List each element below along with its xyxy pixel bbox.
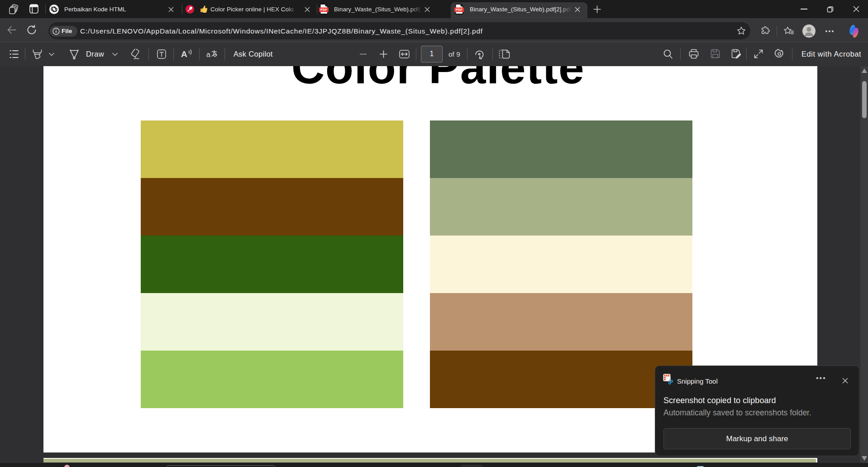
svg-text:PDF: PDF xyxy=(320,8,328,11)
svg-text:PDF: PDF xyxy=(456,8,463,11)
